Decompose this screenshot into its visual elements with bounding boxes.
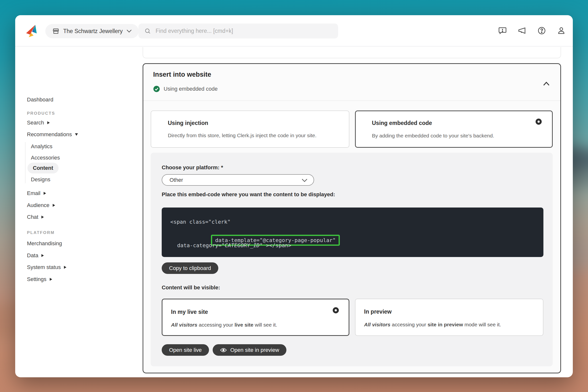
option-desc: Directly from this store, letting Clerk.… — [168, 132, 316, 138]
sidebar-item-content-active[interactable]: Content — [28, 163, 58, 174]
eye-icon — [220, 348, 227, 352]
content-visible-label: Content will be visible: — [162, 284, 220, 291]
option-title: Using embedded code — [372, 120, 432, 126]
account-icon[interactable] — [557, 26, 566, 35]
code-category-id: CATEGORY_ID — [225, 242, 260, 248]
sidebar-nav: Dashboard PRODUCTS Search Recommendation… — [15, 46, 142, 377]
app-window: The Schwartz Jewellery — [15, 15, 573, 377]
option-title: Using injection — [168, 120, 208, 126]
sidebar-item-email[interactable]: Email — [27, 190, 46, 196]
code-line-3: data-category="CATEGORY_ID" ></span> — [177, 242, 291, 248]
chevron-right-icon — [53, 204, 55, 207]
panel-status-text: Using embedded code — [164, 86, 218, 92]
chevron-right-icon — [47, 121, 50, 124]
chevron-right-icon — [42, 216, 44, 218]
store-selector[interactable]: The Schwartz Jewellery — [45, 24, 139, 38]
sidebar-section-platform: PLATFORM — [27, 230, 55, 235]
sidebar-item-data[interactable]: Data — [27, 252, 44, 259]
search-input[interactable] — [156, 28, 312, 34]
global-search[interactable] — [138, 24, 338, 38]
insert-into-website-panel: Insert into website Using embedded code … — [142, 63, 561, 374]
open-site-live-button[interactable]: Open site live — [162, 344, 209, 356]
store-name: The Schwartz Jewellery — [63, 28, 123, 34]
radio-selected-icon[interactable] — [333, 307, 339, 313]
sidebar-item-chat[interactable]: Chat — [27, 214, 44, 220]
sidebar-item-designs[interactable]: Designs — [31, 176, 50, 183]
chevron-right-icon — [64, 266, 66, 269]
radio-selected-icon[interactable] — [536, 118, 542, 125]
sidebar-item-system-status[interactable]: System status — [27, 264, 66, 270]
announcements-icon[interactable] — [518, 26, 527, 35]
storefront-icon — [52, 28, 60, 35]
sidebar-section-products: PRODUCTS — [27, 111, 55, 116]
feedback-icon[interactable] — [498, 26, 507, 35]
sidebar-item-recommendations[interactable]: Recommendations — [27, 131, 78, 138]
chevron-right-icon — [44, 192, 46, 195]
panel-divider — [143, 100, 560, 101]
topbar-icons — [498, 26, 566, 35]
collapse-chevron-up-icon[interactable] — [542, 80, 550, 88]
sidebar-subgroup-rule — [25, 142, 26, 183]
code-line-1: <span class="clerk" — [170, 219, 230, 225]
visibility-desc: All visitors accessing your site in prev… — [364, 322, 501, 328]
desktop-wallpaper: The Schwartz Jewellery — [0, 0, 588, 392]
embed-code-block: <span class="clerk" data-template="@cate… — [162, 208, 544, 257]
visibility-title: In preview — [364, 308, 392, 315]
sidebar-item-settings[interactable]: Settings — [27, 276, 52, 282]
chevron-down-icon — [75, 133, 78, 136]
visibility-title: In my live site — [171, 309, 208, 315]
visibility-desc: All visitors accessing your live site wi… — [171, 322, 277, 328]
platform-dropdown[interactable]: Other — [162, 174, 314, 186]
platform-selected-value: Other — [170, 177, 183, 183]
top-bar: The Schwartz Jewellery — [15, 15, 573, 46]
embed-settings-panel: Choose your platform: * Other Place this… — [151, 153, 553, 366]
clerk-logo-icon[interactable] — [25, 24, 39, 38]
copy-to-clipboard-button[interactable]: Copy to clipboard — [162, 262, 218, 274]
check-circle-icon — [153, 86, 160, 92]
embed-code-label: Place this embed-code where you want the… — [162, 191, 335, 198]
visibility-option-live[interactable]: In my live site All visitors accessing y… — [162, 299, 349, 336]
chevron-down-icon — [301, 178, 308, 182]
chevron-right-icon — [50, 278, 52, 281]
chevron-right-icon — [42, 254, 44, 257]
help-icon[interactable] — [537, 26, 546, 35]
panel-status: Using embedded code — [153, 86, 218, 92]
visibility-option-preview[interactable]: In preview All visitors accessing your s… — [355, 299, 544, 336]
sidebar-item-analytics[interactable]: Analytics — [31, 143, 52, 150]
sidebar-item-accessories[interactable]: Accessories — [31, 154, 60, 161]
chevron-down-icon — [126, 30, 132, 33]
code-line-2: data-template="@category-page-popular" — [177, 231, 340, 252]
panel-title: Insert into website — [153, 71, 211, 78]
sidebar-item-merchandising[interactable]: Merchandising — [27, 240, 62, 247]
sidebar-item-audience[interactable]: Audience — [27, 202, 55, 208]
platform-label: Choose your platform: * — [162, 164, 223, 171]
option-desc: By adding the embedded code to your site… — [372, 133, 494, 139]
previous-card-partial — [142, 47, 561, 58]
option-using-embedded-code[interactable]: Using embedded code By adding the embedd… — [355, 110, 553, 148]
open-site-in-preview-button[interactable]: Open site in preview — [213, 344, 286, 356]
option-using-injection[interactable]: Using injection Directly from this store… — [151, 110, 349, 148]
sidebar-item-search[interactable]: Search — [27, 120, 50, 126]
search-icon — [144, 28, 151, 34]
sidebar-item-dashboard[interactable]: Dashboard — [27, 96, 54, 103]
